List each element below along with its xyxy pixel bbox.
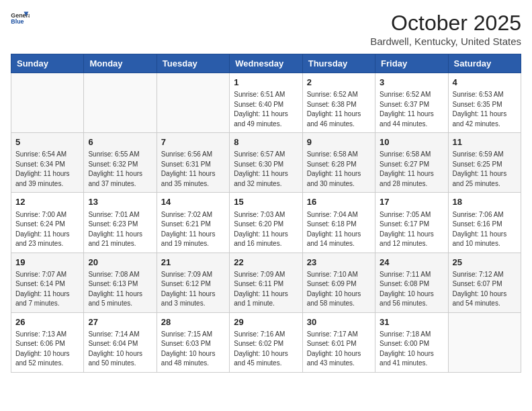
calendar-cell: 30Sunrise: 7:17 AM Sunset: 6:01 PM Dayli…: [302, 312, 375, 372]
day-number: 24: [380, 257, 443, 269]
day-info: Sunrise: 6:57 AM Sunset: 6:30 PM Dayligh…: [234, 150, 298, 189]
day-info: Sunrise: 6:59 AM Sunset: 6:25 PM Dayligh…: [453, 150, 517, 189]
day-number: 10: [380, 136, 443, 148]
day-info: Sunrise: 7:01 AM Sunset: 6:23 PM Dayligh…: [88, 210, 152, 249]
title-area: October 2025 Bardwell, Kentucky, United …: [370, 11, 521, 47]
day-info: Sunrise: 7:09 AM Sunset: 6:12 PM Dayligh…: [161, 270, 225, 309]
day-number: 14: [161, 196, 225, 208]
day-number: 23: [307, 257, 371, 269]
day-number: 17: [380, 196, 443, 208]
day-number: 26: [15, 316, 79, 328]
day-number: 31: [380, 316, 443, 328]
calendar-cell: 18Sunrise: 7:06 AM Sunset: 6:16 PM Dayli…: [448, 193, 521, 253]
calendar-cell: [84, 73, 157, 133]
logo-icon: General Blue: [11, 11, 30, 26]
calendar-cell: 11Sunrise: 6:59 AM Sunset: 6:25 PM Dayli…: [448, 133, 521, 193]
calendar-cell: 26Sunrise: 7:13 AM Sunset: 6:06 PM Dayli…: [11, 312, 84, 372]
calendar-cell: 15Sunrise: 7:03 AM Sunset: 6:20 PM Dayli…: [230, 193, 302, 253]
weekday-header-thursday: Thursday: [302, 54, 375, 73]
day-info: Sunrise: 7:03 AM Sunset: 6:20 PM Dayligh…: [234, 210, 298, 249]
calendar-cell: 13Sunrise: 7:01 AM Sunset: 6:23 PM Dayli…: [84, 193, 157, 253]
calendar-cell: 22Sunrise: 7:09 AM Sunset: 6:11 PM Dayli…: [230, 253, 302, 312]
day-number: 8: [234, 136, 298, 148]
page-header: General Blue October 2025 Bardwell, Kent…: [11, 11, 521, 47]
calendar-cell: 20Sunrise: 7:08 AM Sunset: 6:13 PM Dayli…: [84, 253, 157, 312]
weekday-header-tuesday: Tuesday: [157, 54, 229, 73]
day-number: 1: [234, 77, 298, 89]
day-info: Sunrise: 7:09 AM Sunset: 6:11 PM Dayligh…: [234, 270, 298, 309]
day-info: Sunrise: 7:07 AM Sunset: 6:14 PM Dayligh…: [15, 270, 79, 309]
calendar-cell: 6Sunrise: 6:55 AM Sunset: 6:32 PM Daylig…: [84, 133, 157, 193]
day-info: Sunrise: 6:58 AM Sunset: 6:27 PM Dayligh…: [380, 150, 443, 189]
day-info: Sunrise: 7:04 AM Sunset: 6:18 PM Dayligh…: [307, 210, 371, 249]
calendar-cell: 29Sunrise: 7:16 AM Sunset: 6:02 PM Dayli…: [230, 312, 302, 372]
day-info: Sunrise: 7:12 AM Sunset: 6:07 PM Dayligh…: [453, 270, 517, 309]
calendar-cell: 27Sunrise: 7:14 AM Sunset: 6:04 PM Dayli…: [84, 312, 157, 372]
day-info: Sunrise: 7:08 AM Sunset: 6:13 PM Dayligh…: [88, 270, 152, 309]
day-info: Sunrise: 7:10 AM Sunset: 6:09 PM Dayligh…: [307, 270, 371, 309]
day-info: Sunrise: 6:53 AM Sunset: 6:35 PM Dayligh…: [453, 90, 517, 129]
day-number: 13: [88, 196, 152, 208]
day-info: Sunrise: 6:56 AM Sunset: 6:31 PM Dayligh…: [161, 150, 225, 189]
calendar-cell: 14Sunrise: 7:02 AM Sunset: 6:21 PM Dayli…: [157, 193, 229, 253]
day-number: 22: [234, 257, 298, 269]
day-number: 5: [15, 136, 79, 148]
day-info: Sunrise: 7:06 AM Sunset: 6:16 PM Dayligh…: [453, 210, 517, 249]
calendar-cell: 23Sunrise: 7:10 AM Sunset: 6:09 PM Dayli…: [302, 253, 375, 312]
day-number: 21: [161, 257, 225, 269]
day-number: 30: [307, 316, 371, 328]
day-info: Sunrise: 6:55 AM Sunset: 6:32 PM Dayligh…: [88, 150, 152, 189]
calendar-cell: 10Sunrise: 6:58 AM Sunset: 6:27 PM Dayli…: [375, 133, 448, 193]
weekday-header-monday: Monday: [84, 54, 157, 73]
day-number: 28: [161, 316, 225, 328]
svg-text:Blue: Blue: [11, 18, 24, 25]
calendar-week-4: 19Sunrise: 7:07 AM Sunset: 6:14 PM Dayli…: [11, 253, 521, 312]
calendar-table: SundayMondayTuesdayWednesdayThursdayFrid…: [11, 54, 521, 373]
calendar-week-3: 12Sunrise: 7:00 AM Sunset: 6:24 PM Dayli…: [11, 193, 521, 253]
day-number: 19: [15, 257, 79, 269]
calendar-header: SundayMondayTuesdayWednesdayThursdayFrid…: [11, 54, 521, 73]
calendar-week-5: 26Sunrise: 7:13 AM Sunset: 6:06 PM Dayli…: [11, 312, 521, 372]
calendar-cell: 8Sunrise: 6:57 AM Sunset: 6:30 PM Daylig…: [230, 133, 302, 193]
calendar-cell: 28Sunrise: 7:15 AM Sunset: 6:03 PM Dayli…: [157, 312, 229, 372]
calendar-cell: [157, 73, 229, 133]
day-info: Sunrise: 7:11 AM Sunset: 6:08 PM Dayligh…: [380, 270, 443, 309]
day-number: 9: [307, 136, 371, 148]
day-number: 20: [88, 257, 152, 269]
day-number: 3: [380, 77, 443, 89]
day-info: Sunrise: 6:54 AM Sunset: 6:34 PM Dayligh…: [15, 150, 79, 189]
calendar-cell: 4Sunrise: 6:53 AM Sunset: 6:35 PM Daylig…: [448, 73, 521, 133]
day-info: Sunrise: 7:05 AM Sunset: 6:17 PM Dayligh…: [380, 210, 443, 249]
calendar-cell: 9Sunrise: 6:58 AM Sunset: 6:28 PM Daylig…: [302, 133, 375, 193]
calendar-cell: 3Sunrise: 6:52 AM Sunset: 6:37 PM Daylig…: [375, 73, 448, 133]
weekday-header-friday: Friday: [375, 54, 448, 73]
day-info: Sunrise: 7:15 AM Sunset: 6:03 PM Dayligh…: [161, 330, 225, 369]
day-number: 2: [307, 77, 371, 89]
day-number: 4: [453, 77, 517, 89]
calendar-cell: 21Sunrise: 7:09 AM Sunset: 6:12 PM Dayli…: [157, 253, 229, 312]
calendar-week-1: 1Sunrise: 6:51 AM Sunset: 6:40 PM Daylig…: [11, 73, 521, 133]
weekday-header-wednesday: Wednesday: [230, 54, 302, 73]
weekday-header-saturday: Saturday: [448, 54, 521, 73]
day-number: 12: [15, 196, 79, 208]
day-number: 16: [307, 196, 371, 208]
location-title: Bardwell, Kentucky, United States: [370, 36, 521, 47]
calendar-cell: 5Sunrise: 6:54 AM Sunset: 6:34 PM Daylig…: [11, 133, 84, 193]
calendar-cell: 25Sunrise: 7:12 AM Sunset: 6:07 PM Dayli…: [448, 253, 521, 312]
day-info: Sunrise: 7:00 AM Sunset: 6:24 PM Dayligh…: [15, 210, 79, 249]
day-info: Sunrise: 7:18 AM Sunset: 6:00 PM Dayligh…: [380, 330, 443, 369]
calendar-cell: 2Sunrise: 6:52 AM Sunset: 6:38 PM Daylig…: [302, 73, 375, 133]
calendar-cell: 7Sunrise: 6:56 AM Sunset: 6:31 PM Daylig…: [157, 133, 229, 193]
day-number: 11: [453, 136, 517, 148]
day-number: 25: [453, 257, 517, 269]
calendar-cell: 24Sunrise: 7:11 AM Sunset: 6:08 PM Dayli…: [375, 253, 448, 312]
weekday-header-sunday: Sunday: [11, 54, 84, 73]
day-info: Sunrise: 7:17 AM Sunset: 6:01 PM Dayligh…: [307, 330, 371, 369]
day-number: 7: [161, 136, 225, 148]
day-info: Sunrise: 7:16 AM Sunset: 6:02 PM Dayligh…: [234, 330, 298, 369]
calendar-week-2: 5Sunrise: 6:54 AM Sunset: 6:34 PM Daylig…: [11, 133, 521, 193]
day-info: Sunrise: 7:14 AM Sunset: 6:04 PM Dayligh…: [88, 330, 152, 369]
calendar-cell: [11, 73, 84, 133]
day-info: Sunrise: 6:51 AM Sunset: 6:40 PM Dayligh…: [234, 90, 298, 129]
calendar-cell: 17Sunrise: 7:05 AM Sunset: 6:17 PM Dayli…: [375, 193, 448, 253]
